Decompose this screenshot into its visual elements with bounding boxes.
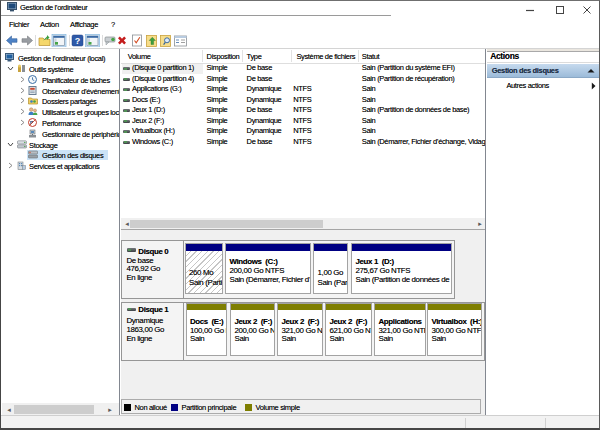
svg-text:?: ? — [75, 36, 81, 46]
